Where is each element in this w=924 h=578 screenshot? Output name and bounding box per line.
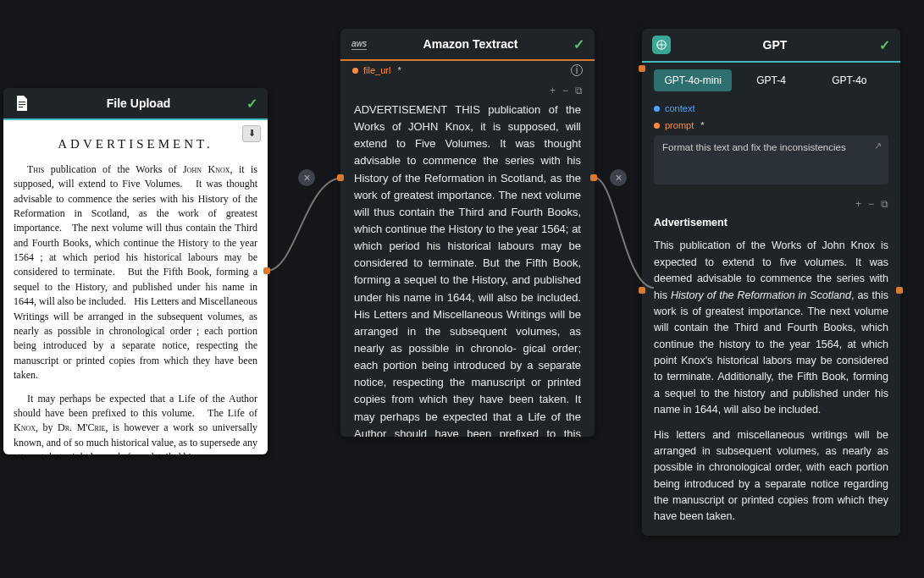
port-dot-icon bbox=[654, 106, 660, 112]
wire-delete-2[interactable]: ✕ bbox=[610, 169, 627, 186]
node-title: GPT bbox=[679, 38, 871, 52]
required-star: * bbox=[397, 65, 401, 75]
node-title: File Upload bbox=[39, 96, 238, 110]
wire-delete-1[interactable]: ✕ bbox=[298, 169, 315, 186]
tab-gpt4o-mini[interactable]: GPT-4o-mini bbox=[654, 69, 732, 91]
close-icon: ✕ bbox=[615, 173, 622, 184]
prompt-input[interactable]: Format this text and fix the inconsisten… bbox=[654, 135, 888, 184]
add-button[interactable]: + bbox=[550, 85, 556, 96]
openai-icon bbox=[652, 36, 671, 54]
aws-icon: aws bbox=[351, 36, 368, 52]
output-heading: Advertisement bbox=[654, 215, 888, 231]
node-title: Amazon Textract bbox=[376, 37, 565, 51]
port-dot-icon bbox=[654, 123, 660, 129]
tab-gpt4o[interactable]: GPT-4o bbox=[811, 69, 888, 91]
file-icon bbox=[14, 95, 30, 112]
required-star: * bbox=[700, 120, 704, 130]
gpt-output: Advertisement This publication of the Wo… bbox=[654, 215, 888, 526]
field-label: context bbox=[665, 103, 694, 113]
close-icon: ✕ bbox=[303, 173, 311, 184]
download-button[interactable]: ⬇ bbox=[242, 125, 261, 142]
info-icon[interactable]: i bbox=[571, 64, 583, 76]
input-field-context[interactable]: context bbox=[642, 100, 900, 117]
node-textract[interactable]: aws Amazon Textract ✓ file_url * i + − ⧉… bbox=[340, 29, 595, 437]
expand-icon[interactable]: ↗ bbox=[874, 140, 882, 151]
doc-heading: ADVERTISEMENT. bbox=[14, 135, 257, 154]
input-field-file-url[interactable]: file_url * i bbox=[340, 61, 595, 80]
node-file-upload[interactable]: File Upload ✓ ⬇ ADVERTISEMENT. This publ… bbox=[3, 88, 268, 454]
prompt-text: Format this text and fix the inconsisten… bbox=[662, 142, 846, 152]
textract-output: ADVERTISEMENT THIS publication of the Wo… bbox=[340, 98, 595, 437]
add-button[interactable]: + bbox=[855, 198, 861, 210]
model-tabs: GPT-4o-mini GPT-4 GPT-4o bbox=[642, 63, 900, 100]
status-check-icon: ✓ bbox=[879, 37, 890, 53]
remove-button[interactable]: − bbox=[868, 198, 874, 210]
tab-gpt4[interactable]: GPT-4 bbox=[732, 69, 810, 91]
copy-button[interactable]: ⧉ bbox=[575, 85, 583, 96]
copy-button[interactable]: ⧉ bbox=[881, 198, 888, 210]
input-field-prompt[interactable]: prompt * bbox=[642, 117, 900, 134]
field-label: file_url bbox=[363, 65, 390, 75]
port-dot-icon bbox=[352, 68, 358, 74]
document-preview: ⬇ ADVERTISEMENT. This publication of the… bbox=[3, 120, 268, 454]
download-icon: ⬇ bbox=[248, 127, 256, 140]
status-check-icon: ✓ bbox=[573, 36, 584, 52]
field-label: prompt bbox=[665, 120, 694, 130]
remove-button[interactable]: − bbox=[562, 85, 568, 96]
node-gpt[interactable]: GPT ✓ GPT-4o-mini GPT-4 GPT-4o context p… bbox=[642, 29, 900, 536]
status-check-icon: ✓ bbox=[246, 96, 257, 112]
